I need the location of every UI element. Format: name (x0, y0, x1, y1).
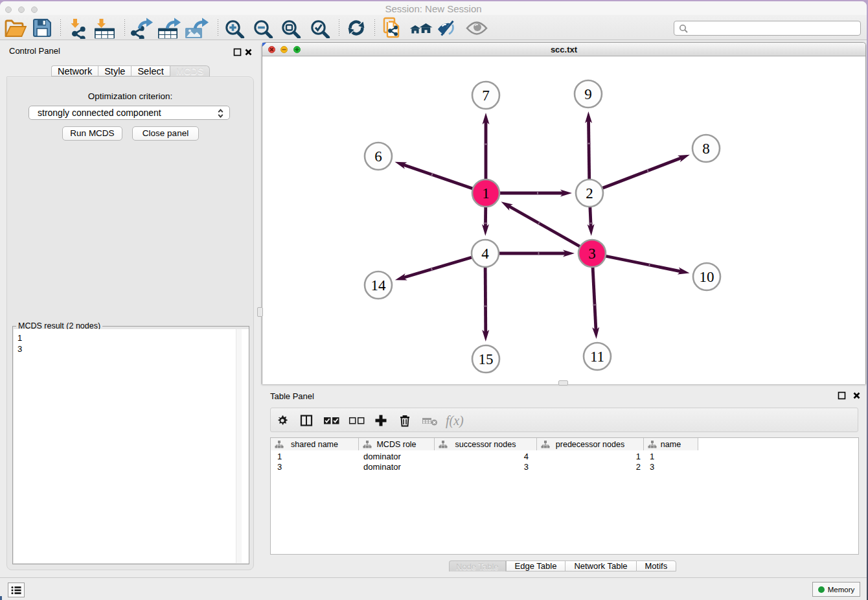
svg-text:3: 3 (588, 246, 596, 262)
svg-text:1: 1 (482, 185, 490, 202)
svg-text:15: 15 (479, 351, 494, 367)
svg-text:9: 9 (584, 86, 592, 102)
svg-text:14: 14 (371, 277, 387, 294)
svg-text:6: 6 (374, 148, 382, 165)
svg-text:4: 4 (481, 246, 489, 262)
svg-text:2: 2 (586, 185, 593, 202)
svg-text:8: 8 (702, 141, 710, 157)
svg-text:10: 10 (700, 269, 714, 285)
svg-text:7: 7 (482, 87, 490, 104)
svg-text:11: 11 (590, 349, 604, 365)
